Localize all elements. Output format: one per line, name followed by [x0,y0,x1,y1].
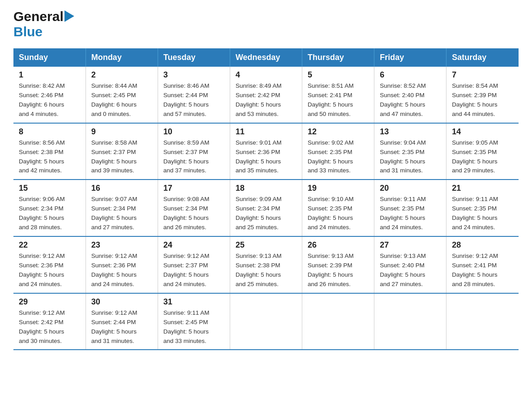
calendar-cell: 14Sunrise: 9:05 AM Sunset: 2:35 PM Dayli… [446,123,519,180]
calendar-cell: 22Sunrise: 9:12 AM Sunset: 2:36 PM Dayli… [13,236,86,293]
day-number: 24 [163,240,224,250]
day-info: Sunrise: 8:46 AM Sunset: 2:44 PM Dayligh… [163,81,224,119]
calendar-cell: 13Sunrise: 9:04 AM Sunset: 2:35 PM Dayli… [374,123,446,180]
day-info: Sunrise: 9:13 AM Sunset: 2:38 PM Dayligh… [236,252,296,289]
calendar-cell: 8Sunrise: 8:56 AM Sunset: 2:38 PM Daylig… [13,123,86,180]
calendar-cell: 19Sunrise: 9:10 AM Sunset: 2:35 PM Dayli… [302,180,374,236]
calendar-cell: 7Sunrise: 8:54 AM Sunset: 2:39 PM Daylig… [446,67,519,123]
logo-general-text: General [13,9,64,24]
day-info: Sunrise: 8:51 AM Sunset: 2:41 PM Dayligh… [308,81,369,119]
calendar-cell: 24Sunrise: 9:12 AM Sunset: 2:37 PM Dayli… [158,236,230,293]
calendar-cell: 1Sunrise: 8:42 AM Sunset: 2:46 PM Daylig… [13,67,86,123]
day-info: Sunrise: 8:54 AM Sunset: 2:39 PM Dayligh… [452,81,513,119]
calendar-day-header: Thursday [302,48,374,67]
calendar-cell [446,293,519,350]
day-info: Sunrise: 9:11 AM Sunset: 2:45 PM Dayligh… [163,308,224,346]
day-info: Sunrise: 9:11 AM Sunset: 2:35 PM Dayligh… [452,195,513,232]
day-number: 27 [380,240,441,250]
calendar-cell: 12Sunrise: 9:02 AM Sunset: 2:35 PM Dayli… [302,123,374,180]
day-number: 10 [163,127,224,137]
calendar-cell: 17Sunrise: 9:08 AM Sunset: 2:34 PM Dayli… [158,180,230,236]
calendar-week-row: 29Sunrise: 9:12 AM Sunset: 2:42 PM Dayli… [13,293,519,350]
day-number: 29 [19,297,80,307]
day-info: Sunrise: 8:49 AM Sunset: 2:42 PM Dayligh… [236,81,296,119]
calendar-cell: 29Sunrise: 9:12 AM Sunset: 2:42 PM Dayli… [13,293,86,350]
day-number: 6 [380,70,441,80]
calendar-day-header: Wednesday [230,48,302,67]
day-info: Sunrise: 9:12 AM Sunset: 2:36 PM Dayligh… [91,252,152,289]
day-info: Sunrise: 8:59 AM Sunset: 2:37 PM Dayligh… [163,138,224,176]
day-number: 7 [452,70,513,80]
logo: General Blue [13,9,74,39]
calendar-cell: 31Sunrise: 9:11 AM Sunset: 2:45 PM Dayli… [158,293,230,350]
day-number: 8 [19,127,80,137]
calendar-cell: 5Sunrise: 8:51 AM Sunset: 2:41 PM Daylig… [302,67,374,123]
calendar-cell: 10Sunrise: 8:59 AM Sunset: 2:37 PM Dayli… [158,123,230,180]
day-info: Sunrise: 9:10 AM Sunset: 2:35 PM Dayligh… [308,195,369,232]
calendar-cell: 9Sunrise: 8:58 AM Sunset: 2:37 PM Daylig… [86,123,158,180]
calendar-cell: 4Sunrise: 8:49 AM Sunset: 2:42 PM Daylig… [230,67,302,123]
day-number: 9 [91,127,152,137]
day-info: Sunrise: 8:52 AM Sunset: 2:40 PM Dayligh… [380,81,441,119]
day-number: 12 [308,127,369,137]
calendar-cell: 18Sunrise: 9:09 AM Sunset: 2:34 PM Dayli… [230,180,302,236]
calendar-cell: 30Sunrise: 9:12 AM Sunset: 2:44 PM Dayli… [86,293,158,350]
day-number: 16 [91,184,152,193]
day-info: Sunrise: 8:58 AM Sunset: 2:37 PM Dayligh… [91,138,152,176]
day-info: Sunrise: 9:06 AM Sunset: 2:34 PM Dayligh… [19,195,80,232]
calendar-day-header: Saturday [446,48,519,67]
day-number: 14 [452,127,513,137]
day-info: Sunrise: 9:12 AM Sunset: 2:37 PM Dayligh… [163,252,224,289]
day-number: 19 [308,184,369,193]
calendar-week-row: 15Sunrise: 9:06 AM Sunset: 2:34 PM Dayli… [13,180,519,236]
calendar-cell: 15Sunrise: 9:06 AM Sunset: 2:34 PM Dayli… [13,180,86,236]
day-number: 15 [19,184,80,193]
day-number: 1 [19,70,80,80]
day-number: 25 [236,240,296,250]
day-info: Sunrise: 9:07 AM Sunset: 2:34 PM Dayligh… [91,195,152,232]
page-header: General Blue [13,9,519,39]
calendar-cell [230,293,302,350]
day-info: Sunrise: 9:12 AM Sunset: 2:36 PM Dayligh… [19,252,80,289]
calendar-cell: 25Sunrise: 9:13 AM Sunset: 2:38 PM Dayli… [230,236,302,293]
day-number: 22 [19,240,80,250]
day-number: 30 [91,297,152,307]
day-info: Sunrise: 9:13 AM Sunset: 2:39 PM Dayligh… [308,252,369,289]
day-number: 3 [163,70,224,80]
calendar-cell: 11Sunrise: 9:01 AM Sunset: 2:36 PM Dayli… [230,123,302,180]
calendar-week-row: 8Sunrise: 8:56 AM Sunset: 2:38 PM Daylig… [13,123,519,180]
day-info: Sunrise: 9:12 AM Sunset: 2:42 PM Dayligh… [19,308,80,346]
calendar-header-row: SundayMondayTuesdayWednesdayThursdayFrid… [13,48,519,67]
day-number: 18 [236,184,296,193]
day-number: 4 [236,70,296,80]
calendar-cell: 26Sunrise: 9:13 AM Sunset: 2:39 PM Dayli… [302,236,374,293]
day-number: 21 [452,184,513,193]
calendar-week-row: 1Sunrise: 8:42 AM Sunset: 2:46 PM Daylig… [13,67,519,123]
calendar-day-header: Friday [374,48,446,67]
day-info: Sunrise: 9:05 AM Sunset: 2:35 PM Dayligh… [452,138,513,176]
calendar-cell: 20Sunrise: 9:11 AM Sunset: 2:35 PM Dayli… [374,180,446,236]
calendar-day-header: Monday [86,48,158,67]
day-number: 20 [380,184,441,193]
logo-blue-text: Blue [13,24,43,39]
calendar-cell: 16Sunrise: 9:07 AM Sunset: 2:34 PM Dayli… [86,180,158,236]
day-number: 11 [236,127,296,137]
day-info: Sunrise: 9:13 AM Sunset: 2:40 PM Dayligh… [380,252,441,289]
logo-arrow-icon [64,10,74,22]
calendar-cell: 6Sunrise: 8:52 AM Sunset: 2:40 PM Daylig… [374,67,446,123]
day-info: Sunrise: 9:04 AM Sunset: 2:35 PM Dayligh… [380,138,441,176]
day-number: 26 [308,240,369,250]
calendar-day-header: Sunday [13,48,86,67]
day-info: Sunrise: 9:12 AM Sunset: 2:44 PM Dayligh… [91,308,152,346]
day-number: 17 [163,184,224,193]
day-number: 23 [91,240,152,250]
calendar-cell [374,293,446,350]
day-info: Sunrise: 9:08 AM Sunset: 2:34 PM Dayligh… [163,195,224,232]
day-number: 31 [163,297,224,307]
day-info: Sunrise: 9:12 AM Sunset: 2:41 PM Dayligh… [452,252,513,289]
calendar-week-row: 22Sunrise: 9:12 AM Sunset: 2:36 PM Dayli… [13,236,519,293]
calendar-cell: 3Sunrise: 8:46 AM Sunset: 2:44 PM Daylig… [158,67,230,123]
day-info: Sunrise: 8:56 AM Sunset: 2:38 PM Dayligh… [19,138,80,176]
calendar-table: SundayMondayTuesdayWednesdayThursdayFrid… [13,48,519,350]
day-info: Sunrise: 9:02 AM Sunset: 2:35 PM Dayligh… [308,138,369,176]
